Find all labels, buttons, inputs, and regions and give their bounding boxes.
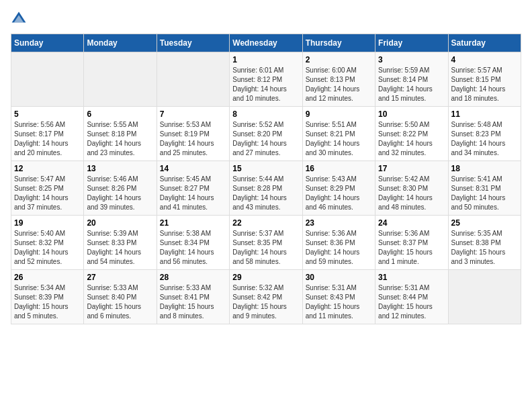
day-number: 3	[378, 55, 445, 64]
day-number: 14	[160, 164, 226, 173]
day-info: Sunrise: 6:00 AMSunset: 8:13 PMDaylight:…	[306, 66, 372, 103]
day-info: Sunrise: 5:36 AMSunset: 8:37 PMDaylight:…	[378, 229, 445, 267]
day-number: 29	[232, 273, 299, 282]
day-info: Sunrise: 5:51 AMSunset: 8:21 PMDaylight:…	[306, 120, 372, 158]
day-info: Sunrise: 6:01 AMSunset: 8:12 PMDaylight:…	[232, 66, 299, 103]
day-cell	[157, 52, 229, 107]
day-number: 4	[451, 55, 518, 64]
day-cell: 16Sunrise: 5:43 AMSunset: 8:29 PMDayligh…	[302, 161, 375, 216]
weekday-header-wednesday: Wednesday	[230, 34, 302, 52]
day-cell: 2Sunrise: 6:00 AMSunset: 8:13 PMDaylight…	[302, 52, 375, 107]
day-info: Sunrise: 5:32 AMSunset: 8:42 PMDaylight:…	[232, 283, 299, 321]
day-info: Sunrise: 5:59 AMSunset: 8:14 PMDaylight:…	[378, 66, 445, 103]
day-cell: 17Sunrise: 5:42 AMSunset: 8:30 PMDayligh…	[375, 161, 448, 216]
day-number: 24	[378, 218, 445, 228]
week-row-1: 1Sunrise: 6:01 AMSunset: 8:12 PMDaylight…	[11, 52, 521, 107]
day-cell: 9Sunrise: 5:51 AMSunset: 8:21 PMDaylight…	[302, 107, 375, 161]
day-number: 28	[160, 273, 226, 282]
day-cell: 3Sunrise: 5:59 AMSunset: 8:14 PMDaylight…	[375, 52, 448, 107]
day-info: Sunrise: 5:38 AMSunset: 8:34 PMDaylight:…	[160, 229, 226, 267]
day-number: 2	[306, 55, 372, 64]
day-cell: 22Sunrise: 5:37 AMSunset: 8:35 PMDayligh…	[230, 216, 302, 270]
day-number: 16	[306, 164, 372, 173]
day-number: 27	[87, 273, 153, 282]
day-cell: 4Sunrise: 5:57 AMSunset: 8:15 PMDaylight…	[448, 52, 521, 107]
day-number: 15	[232, 164, 299, 173]
week-row-5: 26Sunrise: 5:34 AMSunset: 8:39 PMDayligh…	[11, 270, 521, 324]
day-cell: 30Sunrise: 5:31 AMSunset: 8:43 PMDayligh…	[302, 270, 375, 324]
day-number: 30	[306, 273, 372, 282]
day-number: 25	[451, 218, 518, 228]
weekday-header-tuesday: Tuesday	[157, 34, 229, 52]
day-cell: 25Sunrise: 5:35 AMSunset: 8:38 PMDayligh…	[448, 216, 521, 270]
day-number: 5	[14, 109, 81, 119]
day-cell: 19Sunrise: 5:40 AMSunset: 8:32 PMDayligh…	[11, 216, 84, 270]
day-number: 21	[160, 218, 226, 228]
day-cell	[448, 270, 521, 324]
weekday-header-saturday: Saturday	[448, 34, 521, 52]
day-cell: 13Sunrise: 5:46 AMSunset: 8:26 PMDayligh…	[84, 161, 157, 216]
day-cell: 24Sunrise: 5:36 AMSunset: 8:37 PMDayligh…	[375, 216, 448, 270]
day-cell: 10Sunrise: 5:50 AMSunset: 8:22 PMDayligh…	[375, 107, 448, 161]
day-info: Sunrise: 5:34 AMSunset: 8:39 PMDaylight:…	[14, 283, 81, 321]
weekday-header-monday: Monday	[84, 34, 157, 52]
day-cell: 20Sunrise: 5:39 AMSunset: 8:33 PMDayligh…	[84, 216, 157, 270]
day-cell: 26Sunrise: 5:34 AMSunset: 8:39 PMDayligh…	[11, 270, 84, 324]
day-info: Sunrise: 5:40 AMSunset: 8:32 PMDaylight:…	[14, 229, 81, 267]
day-number: 10	[378, 109, 445, 119]
day-info: Sunrise: 5:37 AMSunset: 8:35 PMDaylight:…	[232, 229, 299, 267]
day-info: Sunrise: 5:56 AMSunset: 8:17 PMDaylight:…	[14, 120, 81, 158]
day-number: 23	[306, 218, 372, 228]
day-info: Sunrise: 5:44 AMSunset: 8:28 PMDaylight:…	[232, 175, 299, 212]
day-cell: 31Sunrise: 5:31 AMSunset: 8:44 PMDayligh…	[375, 270, 448, 324]
day-number: 22	[232, 218, 299, 228]
day-info: Sunrise: 5:48 AMSunset: 8:23 PMDaylight:…	[451, 120, 518, 158]
logo-icon	[11, 11, 27, 27]
day-number: 20	[87, 218, 153, 228]
header	[11, 11, 521, 27]
day-info: Sunrise: 5:33 AMSunset: 8:40 PMDaylight:…	[87, 283, 153, 321]
weekday-header-thursday: Thursday	[302, 34, 375, 52]
day-number: 26	[14, 273, 81, 282]
day-info: Sunrise: 5:33 AMSunset: 8:41 PMDaylight:…	[160, 283, 226, 321]
day-cell: 18Sunrise: 5:41 AMSunset: 8:31 PMDayligh…	[448, 161, 521, 216]
day-info: Sunrise: 5:55 AMSunset: 8:18 PMDaylight:…	[87, 120, 153, 158]
logo	[11, 11, 30, 27]
day-number: 13	[87, 164, 153, 173]
day-number: 1	[232, 55, 299, 64]
day-info: Sunrise: 5:50 AMSunset: 8:22 PMDaylight:…	[378, 120, 445, 158]
week-row-3: 12Sunrise: 5:47 AMSunset: 8:25 PMDayligh…	[11, 161, 521, 216]
day-cell: 6Sunrise: 5:55 AMSunset: 8:18 PMDaylight…	[84, 107, 157, 161]
day-cell: 14Sunrise: 5:45 AMSunset: 8:27 PMDayligh…	[157, 161, 229, 216]
day-cell: 29Sunrise: 5:32 AMSunset: 8:42 PMDayligh…	[230, 270, 302, 324]
day-cell: 21Sunrise: 5:38 AMSunset: 8:34 PMDayligh…	[157, 216, 229, 270]
day-number: 31	[378, 273, 445, 282]
day-number: 12	[14, 164, 81, 173]
day-info: Sunrise: 5:36 AMSunset: 8:36 PMDaylight:…	[306, 229, 372, 267]
day-info: Sunrise: 5:57 AMSunset: 8:15 PMDaylight:…	[451, 66, 518, 103]
calendar-table: SundayMondayTuesdayWednesdayThursdayFrid…	[11, 34, 521, 324]
day-info: Sunrise: 5:43 AMSunset: 8:29 PMDaylight:…	[306, 175, 372, 212]
day-number: 7	[160, 109, 226, 119]
day-info: Sunrise: 5:39 AMSunset: 8:33 PMDaylight:…	[87, 229, 153, 267]
week-row-2: 5Sunrise: 5:56 AMSunset: 8:17 PMDaylight…	[11, 107, 521, 161]
day-cell	[11, 52, 84, 107]
day-number: 17	[378, 164, 445, 173]
day-number: 11	[451, 109, 518, 119]
day-cell: 1Sunrise: 6:01 AMSunset: 8:12 PMDaylight…	[230, 52, 302, 107]
day-info: Sunrise: 5:41 AMSunset: 8:31 PMDaylight:…	[451, 175, 518, 212]
day-number: 18	[451, 164, 518, 173]
day-cell: 12Sunrise: 5:47 AMSunset: 8:25 PMDayligh…	[11, 161, 84, 216]
day-info: Sunrise: 5:45 AMSunset: 8:27 PMDaylight:…	[160, 175, 226, 212]
day-info: Sunrise: 5:31 AMSunset: 8:43 PMDaylight:…	[306, 283, 372, 321]
day-cell: 28Sunrise: 5:33 AMSunset: 8:41 PMDayligh…	[157, 270, 229, 324]
day-cell: 8Sunrise: 5:52 AMSunset: 8:20 PMDaylight…	[230, 107, 302, 161]
weekday-header-sunday: Sunday	[11, 34, 84, 52]
weekday-header-row: SundayMondayTuesdayWednesdayThursdayFrid…	[11, 34, 521, 52]
day-info: Sunrise: 5:46 AMSunset: 8:26 PMDaylight:…	[87, 175, 153, 212]
day-cell: 11Sunrise: 5:48 AMSunset: 8:23 PMDayligh…	[448, 107, 521, 161]
day-cell: 23Sunrise: 5:36 AMSunset: 8:36 PMDayligh…	[302, 216, 375, 270]
day-number: 8	[232, 109, 299, 119]
day-cell: 7Sunrise: 5:53 AMSunset: 8:19 PMDaylight…	[157, 107, 229, 161]
day-info: Sunrise: 5:52 AMSunset: 8:20 PMDaylight:…	[232, 120, 299, 158]
